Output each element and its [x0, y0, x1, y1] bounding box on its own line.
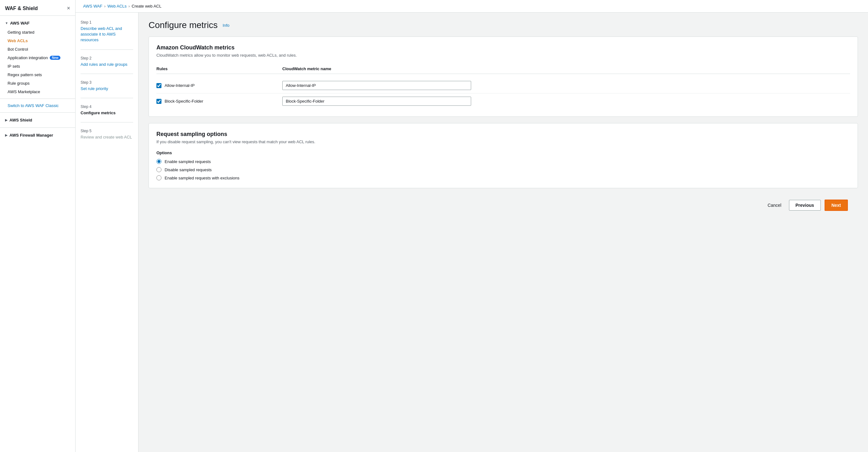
step-3-title[interactable]: Set rule priority	[81, 86, 133, 92]
step-1-title[interactable]: Describe web ACL and associate it to AWS…	[81, 26, 133, 43]
breadcrumb: AWS WAF › Web ACLs › Create web ACL	[75, 0, 868, 12]
arrow-down-icon: ▼	[5, 22, 8, 25]
rule-name-allow-internal-ip: Allow-Internal-IP	[164, 83, 194, 88]
sidebar-item-ip-sets[interactable]: IP sets	[0, 62, 75, 70]
page-title: Configure metrics	[149, 20, 217, 30]
steps-panel: Step 1 Describe web ACL and associate it…	[75, 12, 138, 452]
cloudwatch-card-title: Amazon CloudWatch metrics	[156, 44, 850, 51]
sidebar-section-aws-firewall-manager[interactable]: ▶ AWS Firewall Manager	[0, 130, 75, 140]
sampling-title: Request sampling options	[156, 131, 850, 138]
metric-input-block-specific-folder	[282, 97, 850, 106]
sidebar-item-regex-pattern-sets[interactable]: Regex pattern sets	[0, 70, 75, 79]
footer-buttons: Cancel Previous Next	[149, 194, 858, 216]
metric-text-allow-internal-ip[interactable]	[282, 81, 471, 90]
main-content: AWS WAF › Web ACLs › Create web ACL Step…	[75, 0, 868, 452]
metric-text-block-specific-folder[interactable]	[282, 97, 471, 106]
sidebar-divider	[0, 98, 75, 99]
step-2-label: Step 2	[81, 56, 133, 60]
sidebar-header: WAF & Shield ×	[0, 0, 75, 16]
radio-label-enable-sampled-exclusions: Enable sampled requests with exclusions	[164, 176, 240, 180]
next-button[interactable]: Next	[825, 200, 848, 211]
radio-label-enable-sampled: Enable sampled requests	[164, 159, 211, 164]
sidebar-section-aws-shield[interactable]: ▶ AWS Shield	[0, 115, 75, 125]
sampling-subtitle: If you disable request sampling, you can…	[156, 140, 850, 144]
sidebar: WAF & Shield × ▼ AWS WAF Getting started…	[0, 0, 75, 452]
sidebar-nav: ▼ AWS WAF Getting started Web ACLs Bot C…	[0, 16, 75, 143]
step-2-title[interactable]: Add rules and rule groups	[81, 62, 133, 67]
step-5: Step 5 Review and create web ACL	[81, 129, 133, 146]
step-4-title: Configure metrics	[81, 110, 133, 116]
col-metric-header: CloudWatch metric name	[282, 66, 850, 71]
cloudwatch-card: Amazon CloudWatch metrics CloudWatch met…	[149, 36, 858, 117]
breadcrumb-aws-waf[interactable]: AWS WAF	[83, 4, 102, 8]
new-badge: New	[50, 56, 61, 60]
rule-checkbox-allow-internal-ip[interactable]	[156, 83, 161, 88]
step-2: Step 2 Add rules and rule groups	[81, 56, 133, 74]
step-1-label: Step 1	[81, 20, 133, 25]
sidebar-item-getting-started[interactable]: Getting started	[0, 28, 75, 36]
info-link[interactable]: Info	[222, 23, 229, 28]
rule-check-allow-internal-ip: Allow-Internal-IP	[156, 83, 282, 88]
sidebar-divider-3	[0, 127, 75, 128]
rule-row-allow-internal-ip: Allow-Internal-IP	[156, 78, 850, 93]
radio-disable-sampled[interactable]	[156, 167, 161, 172]
step-5-title: Review and create web ACL	[81, 134, 133, 140]
step-3: Step 3 Set rule priority	[81, 80, 133, 98]
sampling-card: Request sampling options If you disable …	[149, 123, 858, 188]
options-label: Options	[156, 150, 850, 155]
step-5-label: Step 5	[81, 129, 133, 133]
breadcrumb-separator-1: ›	[104, 4, 105, 8]
sidebar-section-aws-waf[interactable]: ▼ AWS WAF	[0, 18, 75, 28]
rule-checkbox-block-specific-folder[interactable]	[156, 99, 161, 104]
breadcrumb-web-acls[interactable]: Web ACLs	[107, 4, 126, 8]
radio-group-sampling: Enable sampled requests Disable sampled …	[156, 159, 850, 180]
step-3-label: Step 3	[81, 80, 133, 85]
sidebar-item-aws-marketplace[interactable]: AWS Marketplace	[0, 88, 75, 96]
table-header: Rules CloudWatch metric name	[156, 64, 850, 74]
form-area: Configure metrics Info Amazon CloudWatch…	[138, 12, 868, 452]
radio-label-disable-sampled: Disable sampled requests	[164, 168, 212, 172]
sidebar-item-web-acls[interactable]: Web ACLs	[0, 36, 75, 45]
arrow-right-icon: ▶	[5, 118, 7, 122]
previous-button[interactable]: Previous	[789, 200, 821, 211]
sidebar-title: WAF & Shield	[5, 6, 38, 11]
sidebar-item-rule-groups[interactable]: Rule groups	[0, 79, 75, 88]
cloudwatch-card-subtitle: CloudWatch metrics allow you to monitor …	[156, 53, 850, 58]
sidebar-divider-2	[0, 112, 75, 113]
radio-item-disable-sampled: Disable sampled requests	[156, 167, 850, 172]
rule-row-block-specific-folder: Block-Specific-Folder	[156, 93, 850, 109]
radio-item-enable-sampled-exclusions: Enable sampled requests with exclusions	[156, 175, 850, 180]
breadcrumb-separator-2: ›	[128, 4, 130, 8]
col-rules-header: Rules	[156, 66, 282, 71]
radio-enable-sampled[interactable]	[156, 159, 161, 164]
sidebar-item-application-integration[interactable]: Application integration New	[0, 54, 75, 62]
content-area: Step 1 Describe web ACL and associate it…	[75, 12, 868, 452]
rule-name-block-specific-folder: Block-Specific-Folder	[164, 99, 203, 103]
metric-input-allow-internal-ip	[282, 81, 850, 90]
radio-item-enable-sampled: Enable sampled requests	[156, 159, 850, 164]
rule-check-block-specific-folder: Block-Specific-Folder	[156, 99, 282, 104]
step-4: Step 4 Configure metrics	[81, 104, 133, 122]
arrow-right-icon-2: ▶	[5, 133, 7, 137]
switch-to-classic-link[interactable]: Switch to AWS WAF Classic	[0, 101, 75, 110]
page-title-row: Configure metrics Info	[149, 20, 858, 30]
step-1: Step 1 Describe web ACL and associate it…	[81, 20, 133, 50]
breadcrumb-current: Create web ACL	[131, 4, 161, 8]
sidebar-item-bot-control[interactable]: Bot Control	[0, 45, 75, 54]
radio-enable-sampled-exclusions[interactable]	[156, 175, 161, 180]
step-4-label: Step 4	[81, 104, 133, 109]
cancel-button[interactable]: Cancel	[764, 200, 785, 210]
close-button[interactable]: ×	[67, 5, 70, 12]
